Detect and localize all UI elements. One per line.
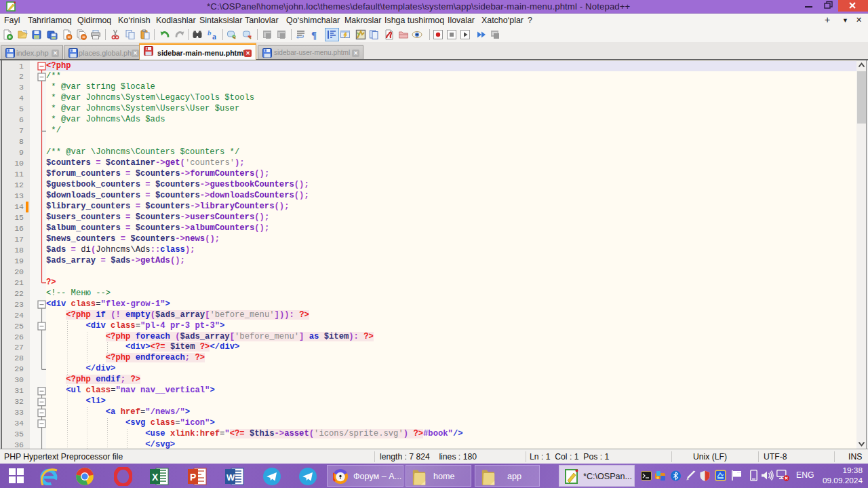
svg-text:P: P (190, 472, 196, 483)
svg-text:¶: ¶ (311, 30, 317, 40)
svg-text:b: b (208, 29, 212, 37)
svg-text:W: W (226, 472, 235, 483)
svg-text:a: a (212, 32, 216, 40)
svg-text:X: X (152, 472, 159, 483)
